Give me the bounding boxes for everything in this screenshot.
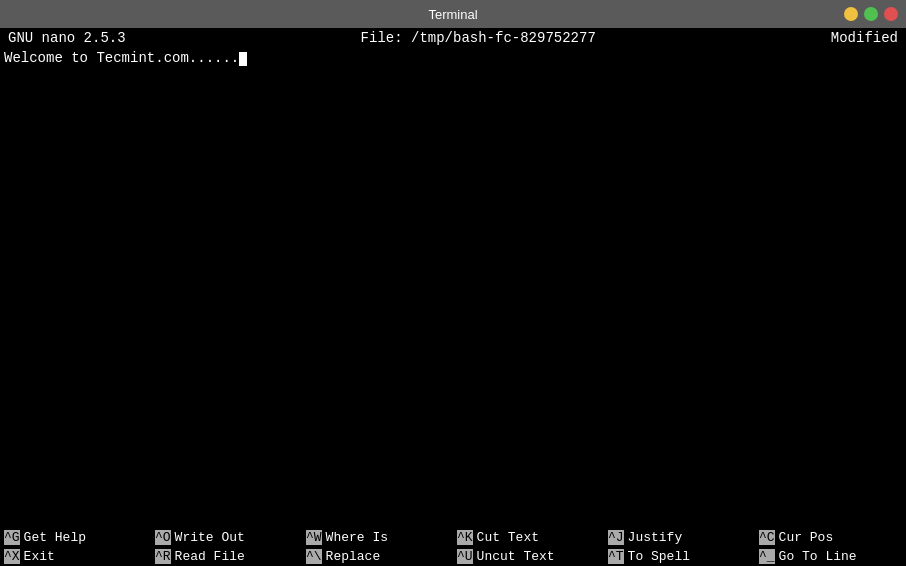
shortcut-item: ^OWrite Out [151,528,302,547]
nano-header: GNU nano 2.5.3 File: /tmp/bash-fc-829752… [0,28,906,48]
shortcut-item: ^CCur Pos [755,528,906,547]
title-bar: Terminal [0,0,906,28]
shortcut-label: Justify [628,530,683,545]
editor-content: Welcome to Tecmint.com...... [4,50,902,66]
nano-modified: Modified [831,30,898,46]
shortcut-key: ^T [608,549,624,564]
shortcut-key: ^O [155,530,171,545]
shortcut-item: ^GGet Help [0,528,151,547]
shortcut-key: ^J [608,530,624,545]
maximize-button[interactable] [864,7,878,21]
shortcut-label: Replace [326,549,381,564]
shortcut-item: ^WWhere Is [302,528,453,547]
title-bar-title: Terminal [428,7,477,22]
shortcut-item: ^TTo Spell [604,547,755,566]
shortcut-key: ^\ [306,549,322,564]
shortcut-label: Cur Pos [779,530,834,545]
shortcut-item: ^JJustify [604,528,755,547]
shortcut-label: Exit [24,549,55,564]
shortcut-label: Read File [175,549,245,564]
nano-filename: File: /tmp/bash-fc-829752277 [361,30,596,46]
shortcut-bar: ^GGet Help^OWrite Out^WWhere Is^KCut Tex… [0,528,906,566]
shortcut-key: ^R [155,549,171,564]
shortcut-item: ^RRead File [151,547,302,566]
shortcut-key: ^G [4,530,20,545]
shortcut-label: Cut Text [477,530,539,545]
shortcut-label: Uncut Text [477,549,555,564]
shortcut-key: ^K [457,530,473,545]
shortcut-item: ^KCut Text [453,528,604,547]
minimize-button[interactable] [844,7,858,21]
editor-area[interactable]: Welcome to Tecmint.com...... [0,48,906,528]
shortcut-label: Write Out [175,530,245,545]
shortcut-item: ^UUncut Text [453,547,604,566]
shortcut-item: ^_Go To Line [755,547,906,566]
shortcut-key: ^X [4,549,20,564]
shortcut-key: ^_ [759,549,775,564]
shortcut-item: ^XExit [0,547,151,566]
shortcut-label: Get Help [24,530,86,545]
shortcut-item: ^\Replace [302,547,453,566]
window-controls [844,7,898,21]
shortcut-key: ^U [457,549,473,564]
shortcut-label: Where Is [326,530,388,545]
shortcut-key: ^W [306,530,322,545]
shortcut-label: To Spell [628,549,690,564]
shortcut-key: ^C [759,530,775,545]
shortcut-label: Go To Line [779,549,857,564]
nano-version: GNU nano 2.5.3 [8,30,126,46]
close-button[interactable] [884,7,898,21]
